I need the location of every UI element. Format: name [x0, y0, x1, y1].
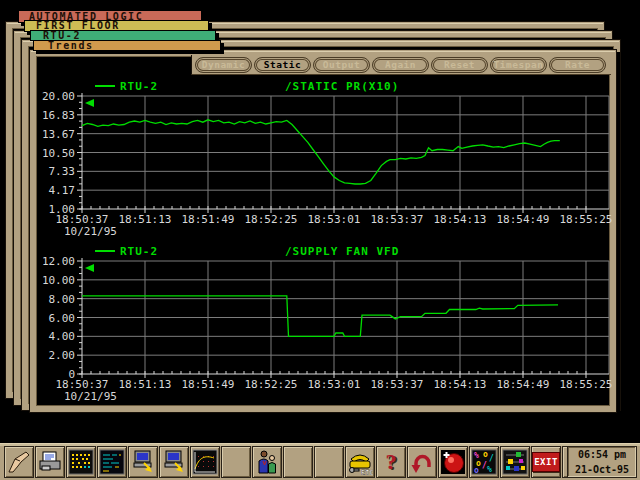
keypad-display-icon[interactable] — [66, 446, 96, 478]
svg-text:4.00: 4.00 — [49, 330, 76, 343]
svg-text:10.50: 10.50 — [42, 147, 75, 160]
svg-text:?: ? — [386, 449, 397, 474]
terminal-display-icon[interactable] — [97, 446, 127, 478]
help-question-icon[interactable]: ?? — [376, 446, 406, 478]
dynamic-button[interactable]: Dynamic — [195, 57, 252, 73]
phone-etc-icon[interactable]: ETC — [345, 446, 375, 478]
svg-text:18:54:49: 18:54:49 — [497, 378, 550, 391]
svg-text:20.00: 20.00 — [42, 90, 75, 103]
svg-text:o: o — [483, 450, 488, 459]
svg-text:10/21/95: 10/21/95 — [64, 390, 117, 403]
workstation-download-icon[interactable] — [159, 446, 189, 478]
svg-text:o: o — [474, 466, 479, 475]
svg-text:ETC: ETC — [361, 469, 373, 476]
svg-text:7.33: 7.33 — [49, 165, 76, 178]
svg-text:10.00: 10.00 — [42, 274, 75, 287]
svg-text:18:53:37: 18:53:37 — [371, 213, 424, 226]
svg-text:18:53:01: 18:53:01 — [308, 378, 361, 391]
empty-slot — [314, 446, 344, 478]
svg-text:18:54:49: 18:54:49 — [497, 213, 550, 226]
svg-text:8.00: 8.00 — [49, 293, 76, 306]
svg-text:RTU-2: RTU-2 — [120, 245, 158, 258]
svg-text:18:52:25: 18:52:25 — [245, 213, 298, 226]
trend-toolbar: DynamicStaticOutputAgainResetTimespanRat… — [191, 55, 611, 75]
svg-text:18:52:25: 18:52:25 — [245, 378, 298, 391]
svg-text:13.67: 13.67 — [42, 128, 75, 141]
svg-text:16.83: 16.83 — [42, 109, 75, 122]
stats-symbols-icon[interactable]: %o/o/%o — [469, 446, 499, 478]
svg-text:10/21/95: 10/21/95 — [64, 225, 117, 238]
taskbar: ETC??%o/o/%oEXIT 06:54 pm 21-Oct-95 — [0, 443, 640, 480]
empty-slot — [283, 446, 313, 478]
clock-date: 21-Oct-95 — [568, 462, 636, 477]
occupants-icon[interactable] — [252, 446, 282, 478]
clock-panel: 06:54 pm 21-Oct-95 — [567, 446, 637, 478]
rate-button[interactable]: Rate — [549, 57, 606, 73]
trend-graph-icon[interactable] — [190, 446, 220, 478]
svg-text:%: % — [487, 465, 492, 474]
timespan-button[interactable]: Timespan — [490, 57, 547, 73]
empty-slot — [221, 446, 251, 478]
window-tab-label: Trends — [48, 41, 220, 50]
svg-text:18:51:13: 18:51:13 — [119, 378, 172, 391]
svg-text:18:51:13: 18:51:13 — [119, 213, 172, 226]
svg-text:18:51:49: 18:51:49 — [182, 213, 235, 226]
supply-fan-vfd-chart: RTU-2/SUPPLY FAN VFD12.0010.008.006.004.… — [32, 243, 616, 409]
svg-text:6.00: 6.00 — [49, 312, 76, 325]
taskbar-icons: ETC??%o/o/%oEXIT — [4, 446, 592, 478]
workstation-download-icon[interactable] — [128, 446, 158, 478]
exit-button[interactable]: EXIT — [531, 446, 561, 478]
svg-text:18:54:13: 18:54:13 — [434, 378, 487, 391]
hand-pointer-icon[interactable] — [4, 446, 34, 478]
svg-text:18:53:01: 18:53:01 — [308, 213, 361, 226]
window-tab-trends[interactable]: Trends — [33, 40, 221, 51]
desktop: AUTOMATED LOGIC FIRST FLOOR RTU-2 Trends… — [0, 0, 640, 480]
output-button[interactable]: Output — [313, 57, 370, 73]
svg-text:RTU-2: RTU-2 — [120, 80, 158, 93]
window-tab-label: RTU-2 — [43, 31, 215, 40]
svg-text:12.00: 12.00 — [42, 255, 75, 268]
static-pressure-chart: RTU-2/STATIC PR(X10)20.0016.8313.6710.50… — [32, 78, 616, 244]
exit-label: EXIT — [532, 452, 560, 472]
io-modules-icon[interactable] — [500, 446, 530, 478]
svg-text:18:51:49: 18:51:49 — [182, 378, 235, 391]
svg-text:18:54:13: 18:54:13 — [434, 213, 487, 226]
static-button[interactable]: Static — [254, 57, 311, 73]
svg-text:18:55:25: 18:55:25 — [560, 213, 613, 226]
svg-text:2.00: 2.00 — [49, 349, 76, 362]
svg-text:/: / — [489, 454, 494, 463]
svg-text:/SUPPLY FAN VFD: /SUPPLY FAN VFD — [285, 245, 399, 258]
alarm-ball-icon[interactable] — [438, 446, 468, 478]
svg-text:/STATIC PR(X10): /STATIC PR(X10) — [285, 80, 399, 93]
clock-time: 06:54 pm — [568, 447, 636, 462]
svg-text:18:53:37: 18:53:37 — [371, 378, 424, 391]
svg-text:4.17: 4.17 — [49, 184, 76, 197]
svg-text:18:55:25: 18:55:25 — [560, 378, 613, 391]
again-button[interactable]: Again — [372, 57, 429, 73]
printer-icon[interactable] — [35, 446, 65, 478]
undo-arrow-icon[interactable] — [407, 446, 437, 478]
reset-button[interactable]: Reset — [431, 57, 488, 73]
